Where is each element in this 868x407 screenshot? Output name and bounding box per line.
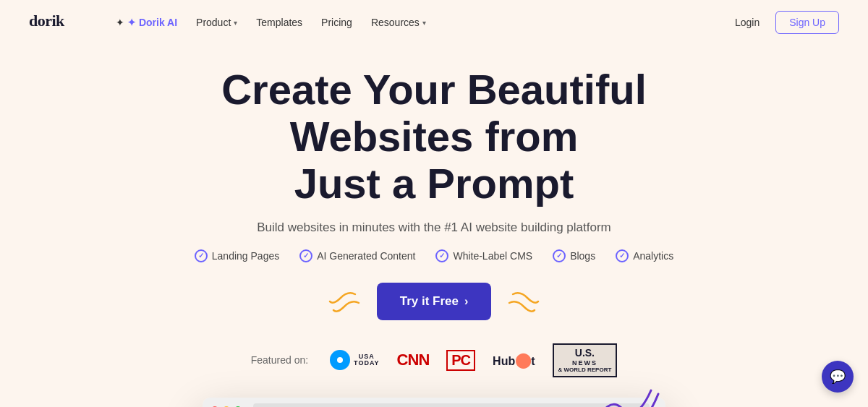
check-icon: ✓ <box>553 249 566 262</box>
squiggle-right-decoration <box>506 287 542 316</box>
logo-cnn: CNN <box>397 351 430 369</box>
hero-preview: Introducing DORIK AI <box>0 398 868 407</box>
nav-links: ✦ ✦ Dorik AI Product ▾ Templates Pricing… <box>109 12 728 33</box>
purple-scribble-decoration <box>586 387 673 407</box>
feature-blogs: ✓ Blogs <box>553 249 595 262</box>
nav-actions: Login Sign Up <box>728 11 839 34</box>
check-icon: ✓ <box>195 249 208 262</box>
feature-white-label: ✓ White-Label CMS <box>435 249 532 262</box>
usa-today-circle <box>330 350 350 370</box>
hero-features-list: ✓ Landing Pages ✓ AI Generated Content ✓… <box>14 249 854 262</box>
feature-landing-pages: ✓ Landing Pages <box>195 249 279 262</box>
chat-icon: 💬 <box>830 369 846 385</box>
navigation: dorik ✦ ✦ Dorik AI Product ▾ Templates P… <box>0 0 868 45</box>
featured-row: Featured on: USA TODAY CNN PC Hub⬤t U.S.… <box>14 343 854 377</box>
logo-hubspot: Hub⬤t <box>493 351 535 369</box>
chat-bubble-button[interactable]: 💬 <box>822 361 854 393</box>
login-button[interactable]: Login <box>728 12 767 33</box>
nav-item-product[interactable]: Product ▾ <box>189 12 244 33</box>
logo-pc-magazine: PC <box>446 350 475 371</box>
brand-logo[interactable]: dorik <box>29 10 80 35</box>
feature-ai-content: ✓ AI Generated Content <box>299 249 415 262</box>
signup-button[interactable]: Sign Up <box>775 11 839 34</box>
check-icon: ✓ <box>616 249 629 262</box>
try-it-free-button[interactable]: Try it Free › <box>377 283 492 320</box>
ai-sparkle-icon: ✦ <box>116 17 124 28</box>
feature-analytics: ✓ Analytics <box>616 249 673 262</box>
nav-item-templates[interactable]: Templates <box>249 12 310 33</box>
svg-text:dorik: dorik <box>29 12 65 30</box>
hubspot-dot: ⬤ <box>515 352 531 368</box>
squiggle-left-decoration <box>326 287 362 316</box>
cta-area: Try it Free › <box>14 283 854 320</box>
hero-subtitle: Build websites in minutes with the #1 AI… <box>14 220 854 235</box>
check-icon: ✓ <box>299 249 312 262</box>
nav-item-dorik-ai[interactable]: ✦ ✦ Dorik AI <box>109 12 184 33</box>
logo-usa-today: USA TODAY <box>330 350 380 370</box>
chevron-down-icon: ▾ <box>234 19 237 27</box>
arrow-icon: › <box>464 295 468 308</box>
featured-label: Featured on: <box>251 354 308 366</box>
hero-title: Create Your Beautiful Websites from Just… <box>159 67 709 207</box>
hero-section: Create Your Beautiful Websites from Just… <box>0 45 868 377</box>
check-icon: ✓ <box>435 249 448 262</box>
nav-item-resources[interactable]: Resources ▾ <box>364 12 433 33</box>
nav-item-pricing[interactable]: Pricing <box>314 12 359 33</box>
usa-today-text: USA TODAY <box>354 354 380 368</box>
chevron-down-icon-resources: ▾ <box>422 19 426 27</box>
featured-logos: USA TODAY CNN PC Hub⬤t U.S. NEWS & WORLD… <box>330 343 617 377</box>
logo-us-news: U.S. NEWS & WORLD REPORT <box>553 343 618 377</box>
